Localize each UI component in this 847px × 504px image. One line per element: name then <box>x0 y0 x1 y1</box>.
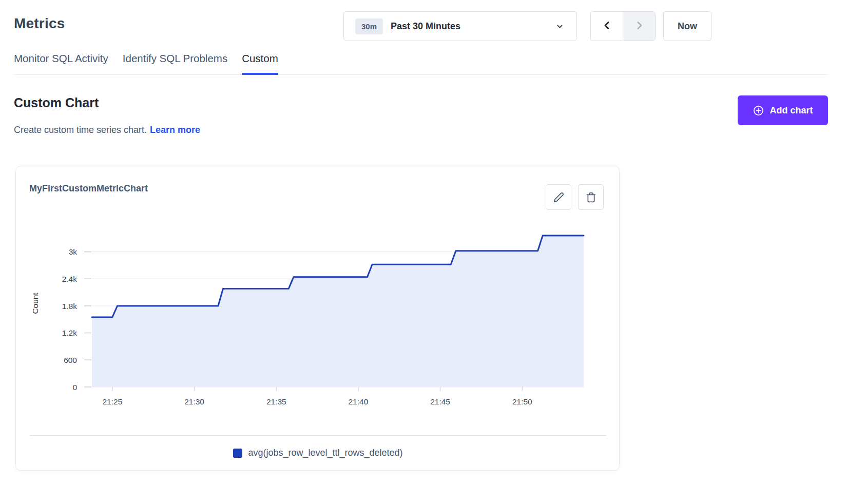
y-tick-label: 2.4k <box>62 275 78 283</box>
custom-chart-card: MyFirstCustomMetricChart 06001.2k1.8k2.4… <box>15 166 620 471</box>
section-heading: Custom Chart <box>14 95 99 110</box>
now-button[interactable]: Now <box>663 11 711 41</box>
metrics-tabs: Monitor SQL Activity Identify SQL Proble… <box>14 50 828 75</box>
next-time-button[interactable] <box>623 12 655 41</box>
x-tick-label: 21:50 <box>512 397 532 406</box>
time-series-plot[interactable]: 06001.2k1.8k2.4k3k21:2521:3021:3521:4021… <box>16 212 620 418</box>
delete-chart-button[interactable] <box>578 184 604 210</box>
x-tick-label: 21:25 <box>103 397 123 406</box>
y-tick-label: 1.2k <box>62 328 78 337</box>
chevron-right-icon <box>634 20 645 33</box>
add-chart-label: Add chart <box>769 105 813 116</box>
description-text: Create custom time series chart. <box>14 125 147 135</box>
add-chart-button[interactable]: Add chart <box>738 95 828 125</box>
legend-swatch <box>233 449 242 458</box>
time-range-dropdown[interactable]: 30m Past 30 Minutes <box>343 11 577 41</box>
x-tick-label: 21:40 <box>349 397 369 406</box>
now-button-label: Now <box>678 21 697 32</box>
pencil-icon <box>553 192 564 203</box>
tab-identify-sql-problems[interactable]: Identify SQL Problems <box>123 50 227 74</box>
chart-title: MyFirstCustomMetricChart <box>29 183 148 194</box>
trash-icon <box>586 192 596 203</box>
tab-label: Monitor SQL Activity <box>14 52 108 65</box>
series-area <box>92 236 584 387</box>
y-tick-label: 1.8k <box>62 302 78 311</box>
card-divider <box>30 435 606 436</box>
edit-chart-button[interactable] <box>546 184 571 210</box>
tab-custom[interactable]: Custom <box>242 50 278 74</box>
page-title: Metrics <box>14 15 65 32</box>
section-description: Create custom time series chart.Learn mo… <box>14 125 200 135</box>
tab-label: Custom <box>242 52 278 65</box>
tab-monitor-sql-activity[interactable]: Monitor SQL Activity <box>14 50 108 74</box>
previous-time-button[interactable] <box>591 12 623 41</box>
x-tick-label: 21:35 <box>266 397 286 406</box>
plus-circle-icon <box>753 105 764 117</box>
metrics-page: Metrics 30m Past 30 Minutes Now Monitor … <box>0 0 847 504</box>
chevron-down-icon <box>555 22 564 31</box>
chart-legend-item[interactable]: avg(jobs_row_level_ttl_rows_deleted) <box>16 448 620 458</box>
learn-more-link[interactable]: Learn more <box>150 125 200 135</box>
legend-label: avg(jobs_row_level_ttl_rows_deleted) <box>248 448 402 458</box>
x-tick-label: 21:30 <box>184 397 204 406</box>
time-nav-group <box>590 11 656 41</box>
y-tick-label: 600 <box>64 356 77 364</box>
y-tick-label: 0 <box>72 383 77 392</box>
chevron-left-icon <box>602 20 612 33</box>
y-axis-title: Count <box>31 293 40 314</box>
time-range-badge: 30m <box>355 18 383 34</box>
time-range-label: Past 30 Minutes <box>391 21 460 32</box>
tab-label: Identify SQL Problems <box>123 52 227 65</box>
y-tick-label: 3k <box>69 247 78 256</box>
x-tick-label: 21:45 <box>430 397 450 406</box>
